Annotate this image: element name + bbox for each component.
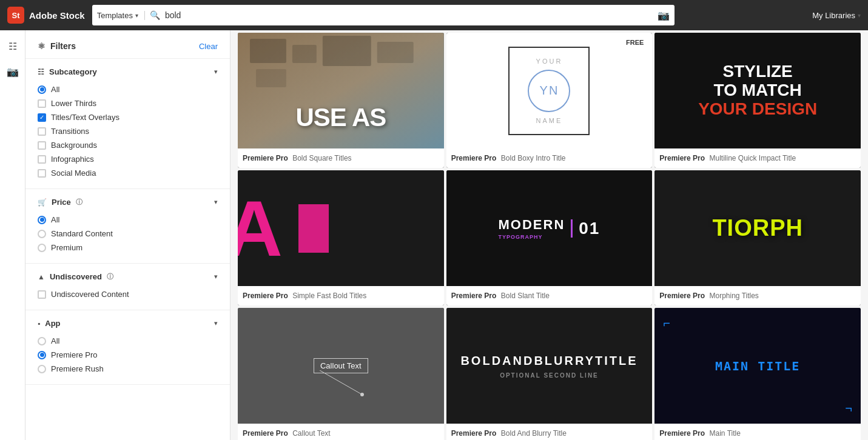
undiscovered-section: ▲ Undiscovered ⓘ ▾ Undiscovered Content — [25, 264, 230, 310]
app-title-group: ▪ App — [38, 319, 61, 328]
card-info: Premiere Pro Callout Text — [238, 424, 444, 440]
subcategory-transitions-checkbox[interactable] — [38, 127, 46, 136]
app-all-option[interactable]: All — [38, 334, 218, 348]
card-title-label: Bold Square Titles — [292, 154, 351, 162]
card-thumb-black: STYLIZETO MATCHYOUR DESIGN — [654, 33, 861, 148]
undiscovered-label: Undiscovered — [50, 272, 102, 281]
subcategory-all-radio[interactable] — [38, 85, 46, 94]
stylize-red-text: YOUR DESIGN — [698, 99, 817, 118]
card-info: Premiere Pro Morphing Titles — [654, 286, 861, 305]
price-info-icon[interactable]: ⓘ — [76, 198, 82, 207]
price-standard-label: Standard Content — [51, 229, 113, 238]
app-premiererush-option[interactable]: Premiere Rush — [38, 362, 218, 376]
app-chevron-icon: ▾ — [214, 319, 218, 327]
filters-icon: ⚛ — [38, 41, 45, 51]
subcategory-titlestext-checkbox[interactable] — [38, 113, 46, 122]
price-all-radio[interactable] — [38, 216, 46, 224]
card-title-label: Morphing Titles — [710, 292, 759, 300]
subcategory-all-option[interactable]: All — [38, 82, 218, 96]
subcategory-titlestext-option[interactable]: Titles/Text Overlays — [38, 110, 218, 124]
undiscovered-content-option[interactable]: Undiscovered Content — [38, 287, 218, 301]
filters-label: Filters — [50, 41, 76, 51]
subcategory-title-group: ☷ Subcategory — [38, 67, 97, 76]
app-all-radio[interactable] — [38, 337, 46, 345]
camera-icon[interactable]: 📷 — [3, 62, 22, 81]
logo-name-row: YOUR — [536, 58, 563, 65]
undiscovered-info-icon[interactable]: ⓘ — [107, 272, 113, 281]
subcategory-socialmedia-option[interactable]: Social Media — [38, 166, 218, 180]
modern-sub-text: TYPOGRAPHY — [499, 234, 565, 240]
subcategory-lowerthirds-checkbox[interactable] — [38, 99, 46, 108]
price-standard-radio[interactable] — [38, 230, 46, 238]
undiscovered-header[interactable]: ▲ Undiscovered ⓘ ▾ — [38, 272, 218, 281]
grid-view-icon[interactable]: ☷ — [3, 36, 22, 56]
card-multiline-impact[interactable]: STYLIZETO MATCHYOUR DESIGN Premiere Pro … — [654, 33, 861, 168]
card-thumb-logo: YOUR YN NAME — [446, 33, 653, 148]
search-type-dropdown[interactable]: Templates ▾ — [97, 11, 145, 20]
subcategory-label: Subcategory — [49, 67, 97, 76]
card-thumb-aerial: USE AS — [238, 33, 444, 148]
search-input[interactable] — [165, 10, 653, 20]
subcategory-infographics-option[interactable]: Infographics — [38, 152, 218, 166]
card-bold-square-titles[interactable]: USE AS Premiere Pro Bold Square Titles — [238, 33, 444, 168]
app-premiererush-radio[interactable] — [38, 365, 46, 373]
app-header[interactable]: ▪ App ▾ — [38, 319, 218, 328]
subcategory-infographics-checkbox[interactable] — [38, 155, 46, 164]
subcategory-socialmedia-checkbox[interactable] — [38, 169, 46, 178]
subcategory-backgrounds-checkbox[interactable] — [38, 141, 46, 150]
logo-circle-wrap: YOUR YN NAME — [528, 58, 570, 124]
my-libraries-button[interactable]: My Libraries ▾ — [812, 11, 861, 20]
price-standard-option[interactable]: Standard Content — [38, 227, 218, 241]
subcategory-lowerthirds-label: Lower Thirds — [51, 99, 96, 108]
logo-middle-row: YN — [528, 70, 570, 112]
undiscovered-content-checkbox[interactable] — [38, 290, 46, 299]
card-info: Premiere Pro Multiline Quick Impact Titl… — [654, 148, 861, 168]
card-thumb-callout: Callout Text — [238, 308, 444, 424]
app-premiererush-label: Premiere Rush — [51, 364, 104, 373]
app-icon: ▪ — [38, 319, 40, 328]
subcategory-lowerthirds-option[interactable]: Lower Thirds — [38, 96, 218, 110]
svg-line-6 — [320, 370, 362, 395]
card-simple-fast-bold[interactable]: A Premiere Pro Simple Fast Bold Titles — [238, 170, 444, 305]
price-premium-option[interactable]: Premium — [38, 241, 218, 255]
left-icon-rail: ☷ 📷 — [0, 30, 25, 440]
filters-sidebar: ⚛ Filters Clear ☷ Subcategory ▾ All Lowe… — [25, 30, 230, 440]
card-thumb-blurry: BOLDANDBLURRYTITLE optional second line — [446, 308, 653, 424]
card-callout-text[interactable]: Callout Text Premiere Pro Callout Text — [238, 308, 444, 440]
card-main-title[interactable]: ⌐ MAIN TITLE ¬ Premiere Pro Main Title — [654, 308, 861, 440]
logo-name-row2: NAME — [536, 117, 563, 124]
card-app-label: Premiere Pro — [659, 292, 705, 300]
topbar: St Adobe Stock Templates ▾ 🔍 📷 My Librar… — [0, 0, 868, 30]
card-info: Premiere Pro Bold Boxy Intro Title — [446, 148, 653, 168]
logo-outer-box: YOUR YN NAME — [508, 47, 590, 135]
card-bold-slant[interactable]: MODERN TYPOGRAPHY 01 Premiere Pro Bold S… — [446, 170, 653, 305]
price-label: Price — [52, 198, 71, 207]
subcategory-backgrounds-option[interactable]: Backgrounds — [38, 138, 218, 152]
results-grid: USE AS Premiere Pro Bold Square Titles Y… — [238, 33, 861, 440]
card-app-label: Premiere Pro — [243, 154, 288, 162]
price-header[interactable]: 🛒 Price ⓘ ▾ — [38, 198, 218, 207]
price-all-label: All — [51, 215, 59, 224]
subcategory-header[interactable]: ☷ Subcategory ▾ — [38, 67, 218, 76]
subcategory-transitions-option[interactable]: Transitions — [38, 124, 218, 138]
clear-filters-button[interactable]: Clear — [199, 42, 218, 51]
price-all-option[interactable]: All — [38, 213, 218, 227]
card-app-label: Premiere Pro — [451, 154, 497, 162]
cart-icon: 🛒 — [38, 198, 47, 207]
card-app-label: Premiere Pro — [243, 292, 288, 300]
app-premierepro-label: Premiere Pro — [51, 350, 98, 359]
subcategory-backgrounds-label: Backgrounds — [51, 141, 97, 150]
app-logo: St Adobe Stock — [7, 7, 85, 24]
card-bold-blurry[interactable]: BOLDANDBLURRYTITLE optional second line … — [446, 308, 653, 440]
price-premium-radio[interactable] — [38, 244, 46, 252]
use-as-text-overlay: USE AS — [238, 105, 444, 130]
card-morphing-titles[interactable]: TIORPH Premiere Pro Morphing Titles — [654, 170, 861, 305]
grid-icon: ☷ — [38, 68, 44, 76]
subcategory-infographics-label: Infographics — [51, 155, 94, 164]
app-premierepro-radio[interactable] — [38, 351, 46, 359]
camera-search-icon[interactable]: 📷 — [658, 10, 670, 21]
card-bold-boxy-intro[interactable]: YOUR YN NAME FREE Premiere Pro — [446, 33, 653, 168]
app-premierepro-option[interactable]: Premiere Pro — [38, 348, 218, 362]
card-title-label: Simple Fast Bold Titles — [292, 292, 366, 300]
card-thumb-neon: ⌐ MAIN TITLE ¬ — [654, 308, 861, 424]
